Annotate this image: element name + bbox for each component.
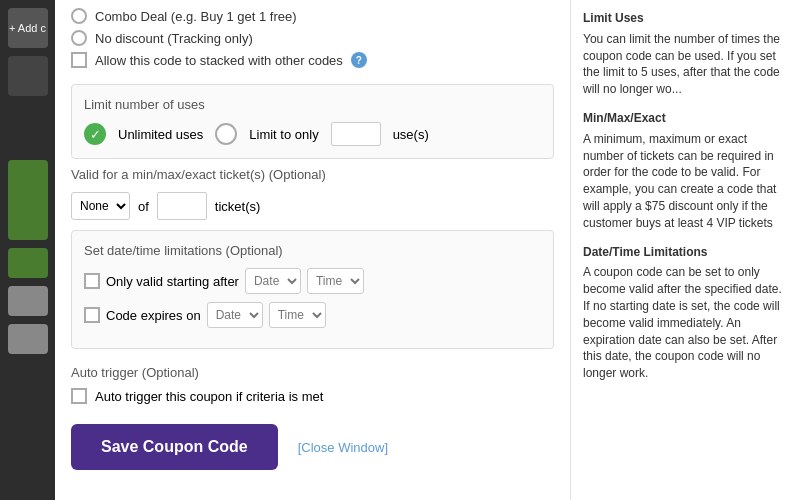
datetime-section: Set date/time limitations (Optional) Onl… <box>71 230 554 349</box>
discount-options: Combo Deal (e.g. Buy 1 get 1 free) No di… <box>55 0 570 76</box>
limit-uses-input[interactable] <box>331 122 381 146</box>
limit-uses-title: Limit number of uses <box>84 97 541 112</box>
green-banner-2 <box>8 248 48 278</box>
main-content: Combo Deal (e.g. Buy 1 get 1 free) No di… <box>55 0 800 500</box>
datetime-info-title: Date/Time Limitations <box>583 244 788 261</box>
combo-deal-radio[interactable] <box>71 8 87 24</box>
limit-to-radio[interactable] <box>215 123 237 145</box>
start-date-label: Only valid starting after <box>106 274 239 289</box>
auto-trigger-checkbox[interactable] <box>71 388 87 404</box>
expires-time-select[interactable]: Time <box>269 302 326 328</box>
info-panel: Limit Uses You can limit the number of t… <box>570 0 800 500</box>
sidebar-icon-1[interactable] <box>8 56 48 96</box>
expires-row: Code expires on Date Time <box>84 302 541 328</box>
datetime-info-text: A coupon code can be set to only become … <box>583 264 788 382</box>
limit-uses-info: Limit Uses You can limit the number of t… <box>583 10 788 98</box>
expires-date-select[interactable]: Date <box>207 302 263 328</box>
close-window-link[interactable]: [Close Window] <box>298 440 388 455</box>
auto-trigger-section: Auto trigger (Optional) Auto trigger thi… <box>55 357 570 412</box>
left-sidebar: + Add c <box>0 0 55 500</box>
no-discount-row: No discount (Tracking only) <box>71 30 554 46</box>
start-time-select[interactable]: Time <box>307 268 364 294</box>
start-date-select[interactable]: Date <box>245 268 301 294</box>
minmax-info-text: A minimum, maximum or exact number of ti… <box>583 131 788 232</box>
combo-deal-label: Combo Deal (e.g. Buy 1 get 1 free) <box>95 9 297 24</box>
tickets-count-input[interactable] <box>157 192 207 220</box>
auto-trigger-label: Auto trigger this coupon if criteria is … <box>95 389 323 404</box>
datetime-info: Date/Time Limitations A coupon code can … <box>583 244 788 382</box>
minmax-info-title: Min/Max/Exact <box>583 110 788 127</box>
unlimited-radio-checked[interactable] <box>84 123 106 145</box>
tickets-suffix: ticket(s) <box>215 199 261 214</box>
unlimited-label: Unlimited uses <box>118 127 203 142</box>
limit-uses-section: Limit number of uses Unlimited uses Limi… <box>71 84 554 159</box>
expires-checkbox[interactable] <box>84 307 100 323</box>
save-area: Save Coupon Code [Close Window] <box>55 412 570 486</box>
uses-suffix: use(s) <box>393 127 429 142</box>
limit-uses-info-text: You can limit the number of times the co… <box>583 31 788 98</box>
sidebar-icon-2 <box>8 286 48 316</box>
green-banner-1 <box>8 160 48 240</box>
tickets-row: None of ticket(s) <box>71 192 554 220</box>
minmax-info: Min/Max/Exact A minimum, maximum or exac… <box>583 110 788 232</box>
help-icon[interactable]: ? <box>351 52 367 68</box>
datetime-title: Set date/time limitations (Optional) <box>84 243 541 258</box>
no-discount-radio[interactable] <box>71 30 87 46</box>
sidebar-icon-3 <box>8 324 48 354</box>
of-label: of <box>138 199 149 214</box>
add-label: + Add c <box>9 22 46 34</box>
limit-uses-info-title: Limit Uses <box>583 10 788 27</box>
auto-trigger-title: Auto trigger (Optional) <box>71 365 554 380</box>
start-date-row: Only valid starting after Date Time <box>84 268 541 294</box>
expires-label: Code expires on <box>106 308 201 323</box>
auto-trigger-row: Auto trigger this coupon if criteria is … <box>71 388 554 404</box>
start-date-checkbox[interactable] <box>84 273 100 289</box>
tickets-title: Valid for a min/max/exact ticket(s) (Opt… <box>71 167 554 182</box>
stack-codes-checkbox[interactable] <box>71 52 87 68</box>
no-discount-label: No discount (Tracking only) <box>95 31 253 46</box>
limit-to-label: Limit to only <box>249 127 318 142</box>
save-coupon-button[interactable]: Save Coupon Code <box>71 424 278 470</box>
stack-codes-row: Allow this code to stacked with other co… <box>71 52 554 68</box>
add-button[interactable]: + Add c <box>8 8 48 48</box>
stack-codes-label: Allow this code to stacked with other co… <box>95 53 343 68</box>
tickets-none-select[interactable]: None <box>71 192 130 220</box>
tickets-section-wrapper: Valid for a min/max/exact ticket(s) (Opt… <box>55 167 570 220</box>
limit-uses-row: Unlimited uses Limit to only use(s) <box>84 122 541 146</box>
combo-deal-row: Combo Deal (e.g. Buy 1 get 1 free) <box>71 8 554 24</box>
form-panel: Combo Deal (e.g. Buy 1 get 1 free) No di… <box>55 0 570 500</box>
